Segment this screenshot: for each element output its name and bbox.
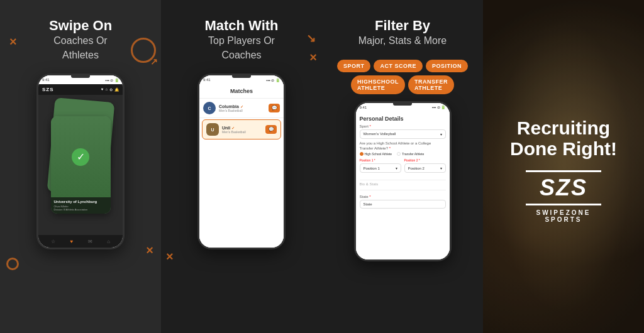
personal-details-title: Personal Details bbox=[360, 116, 446, 122]
nav-icon-4: ⌂ bbox=[107, 239, 110, 244]
deco-x-1: × bbox=[9, 35, 17, 49]
signal-icons-2: ▪▪▪ ⊘ 🔋 bbox=[266, 78, 280, 82]
panel-filter-by: Filter By Major, Stats & More SPORT ACT … bbox=[322, 0, 483, 333]
phone1: 9:41 ▪▪▪ ⊘ 🔋 SZS ♥ ⌂ ⚙ 🔔 bbox=[36, 74, 125, 249]
time-display-3: 9:41 bbox=[360, 106, 367, 109]
signal-icons: ▪▪▪ ⊘ 🔋 bbox=[105, 78, 119, 82]
panel3-title: Filter By Major, Stats & More bbox=[358, 18, 447, 48]
match-sport-1: Men's Basketball bbox=[219, 109, 265, 112]
deco-arrow-1: ↗ bbox=[150, 57, 158, 67]
szs-logo-bar-top bbox=[526, 170, 601, 172]
match-info-2: Unii ✓ Men's Basketball bbox=[222, 126, 262, 134]
match-chat-btn-2[interactable]: 💬 bbox=[265, 125, 277, 134]
filter-position-btn[interactable]: POSITION bbox=[426, 60, 468, 72]
divider-2 bbox=[360, 190, 446, 190]
position1-input[interactable]: Position 1 ▾ bbox=[360, 163, 401, 173]
filter-transfer-btn[interactable]: TRANSFERATHLETE bbox=[408, 75, 454, 94]
panel1-main-text: Swipe On bbox=[49, 18, 112, 34]
heart-icon: ♥ bbox=[101, 87, 104, 92]
match-avatar-1: C bbox=[203, 102, 216, 114]
deco-arrow-2: ↘ bbox=[306, 31, 316, 45]
position1-label: Position 1 * bbox=[360, 158, 401, 162]
panel3-main-text: Filter By bbox=[358, 18, 447, 34]
match-sport-2: Men's Basketball bbox=[222, 130, 262, 134]
card-association: Division III Athletic Association bbox=[54, 208, 108, 211]
filter-sport-btn[interactable]: SPORT bbox=[337, 60, 371, 72]
phone2-content: Matches C Columbia ✓ Men's Basketball 💬 bbox=[199, 84, 284, 248]
signal-icons-3: ▪▪▪ ⊘ 🔋 bbox=[432, 105, 446, 109]
phone2-wrapper: 9:41 ▪▪▪ ⊘ 🔋 Matches C Columbia ✓ Men's … bbox=[197, 74, 286, 249]
match-chat-btn-1[interactable]: 💬 bbox=[269, 104, 280, 112]
transfer-radio-dot bbox=[397, 152, 401, 156]
panel2-sub-text: Top Players OrCoaches bbox=[204, 34, 278, 62]
bio-stats-label: Bio & Stats bbox=[360, 182, 446, 186]
card-image: ✓ bbox=[51, 116, 111, 197]
panel4-content: Recruiting Done Right! SZS SWIPEZONESPOR… bbox=[510, 117, 617, 223]
highschool-athlete-option[interactable]: High School Athlete bbox=[360, 152, 392, 156]
panel1-title: Swipe On Coaches OrAthletes bbox=[49, 18, 112, 62]
position2-col: Position 2 * Position 2 ▾ bbox=[404, 158, 446, 175]
deco-x-4: × bbox=[166, 249, 174, 264]
chevron-down-icon: ▾ bbox=[440, 132, 442, 136]
match-name-2: Unii ✓ bbox=[222, 126, 262, 130]
position-row: Position 1 * Position 1 ▾ Position 2 * bbox=[360, 158, 446, 175]
divider-1 bbox=[360, 180, 446, 180]
phone2-screen: 9:41 ▪▪▪ ⊘ 🔋 Matches C Columbia ✓ Men's … bbox=[199, 75, 284, 248]
highschool-radio-dot bbox=[360, 152, 364, 156]
card-school-name: University of Lynchburg bbox=[54, 200, 108, 205]
szs-logo-text: SZS bbox=[540, 175, 587, 201]
nav-icon-2: ♥ bbox=[70, 239, 73, 244]
phone1-content: SZS ♥ ⌂ ⚙ 🔔 ♥ ✓ bbox=[38, 84, 123, 248]
verified-icon-1: ✓ bbox=[240, 105, 243, 109]
phone3-screen: 9:41 ▪▪▪ ⊘ 🔋 Personal Details Sport * Wo… bbox=[356, 103, 450, 259]
bell-icon: 🔔 bbox=[114, 87, 119, 92]
position1-col: Position 1 * Position 1 ▾ bbox=[360, 158, 401, 175]
match-avatar-2: U bbox=[206, 123, 219, 136]
filter-buttons-row1: SPORT ACT SCORE POSITION bbox=[337, 60, 468, 72]
phone1-wrapper: 9:41 ▪▪▪ ⊘ 🔋 SZS ♥ ⌂ ⚙ 🔔 bbox=[36, 74, 125, 249]
match-name-1: Columbia ✓ bbox=[219, 104, 265, 109]
phone1-notch bbox=[71, 75, 90, 78]
recruiting-title: Recruiting Done Right! bbox=[510, 117, 617, 159]
state-label: State * bbox=[360, 195, 446, 199]
home-icon: ⌂ bbox=[105, 87, 108, 92]
phone3-notch bbox=[393, 103, 412, 106]
sport-label: Sport * bbox=[360, 124, 446, 128]
panel-swipe-on: × × ↗ Swipe On Coaches OrAthletes 9:41 ▪… bbox=[0, 0, 161, 333]
phone1-screen: 9:41 ▪▪▪ ⊘ 🔋 SZS ♥ ⌂ ⚙ 🔔 bbox=[38, 75, 123, 248]
szs-logo-large: SZS SWIPEZONESPORTS bbox=[526, 169, 601, 223]
position2-input[interactable]: Position 2 ▾ bbox=[404, 163, 446, 173]
deco-circle-2 bbox=[6, 258, 19, 270]
match-info-1: Columbia ✓ Men's Basketball bbox=[219, 104, 265, 112]
phone2: 9:41 ▪▪▪ ⊘ 🔋 Matches C Columbia ✓ Men's … bbox=[197, 74, 286, 249]
panel2-title: Match With Top Players OrCoaches bbox=[204, 18, 278, 62]
chevron-down-icon-pos1: ▾ bbox=[396, 166, 397, 170]
deco-x-2: × bbox=[146, 243, 153, 258]
time-display: 9:41 bbox=[42, 78, 50, 82]
chevron-down-icon-pos2: ▾ bbox=[440, 166, 442, 170]
filter-buttons-row2: HIGHSCHOOLATHLETE TRANSFERATHLETE bbox=[351, 75, 454, 94]
card-stack: ♥ ✓ University of Lynchburg Olivia Kille… bbox=[38, 95, 123, 235]
verified-icon-2: ✓ bbox=[231, 126, 235, 130]
sport-required: * bbox=[369, 124, 371, 128]
deco-x-3: × bbox=[309, 50, 317, 65]
filter-highschool-btn[interactable]: HIGHSCHOOLATHLETE bbox=[351, 75, 405, 94]
phone1-icons: ♥ ⌂ ⚙ 🔔 bbox=[101, 87, 119, 92]
swipezone-sports-text: SWIPEZONESPORTS bbox=[536, 209, 591, 223]
nav-icon-1: ☆ bbox=[51, 239, 55, 244]
athlete-question-label: Are you a High School Athlete or a Colle… bbox=[360, 141, 446, 151]
transfer-athlete-option[interactable]: Transfer Athlete bbox=[397, 152, 424, 156]
matches-header: Matches bbox=[199, 84, 284, 99]
gear-icon: ⚙ bbox=[109, 87, 113, 92]
phone1-bottom-nav: ☆ ♥ ✉ ⌂ bbox=[38, 235, 123, 248]
panel2-main-text: Match With bbox=[204, 18, 278, 34]
panel3-sub-text: Major, Stats & More bbox=[358, 34, 447, 48]
filter-act-score-btn[interactable]: ACT SCORE bbox=[374, 60, 423, 72]
panel-match-with: ↘ × × Match With Top Players OrCoaches 9… bbox=[161, 0, 322, 333]
state-input[interactable]: State bbox=[360, 200, 446, 209]
sport-input[interactable]: Women's Volleyball ▾ bbox=[360, 129, 446, 139]
panel-recruiting: Recruiting Done Right! SZS SWIPEZONESPOR… bbox=[483, 0, 644, 333]
nav-icon-3: ✉ bbox=[88, 239, 92, 244]
phone3-content: Personal Details Sport * Women's Volleyb… bbox=[356, 112, 450, 259]
card-info: University of Lynchburg Olivia Killefer … bbox=[51, 197, 111, 214]
